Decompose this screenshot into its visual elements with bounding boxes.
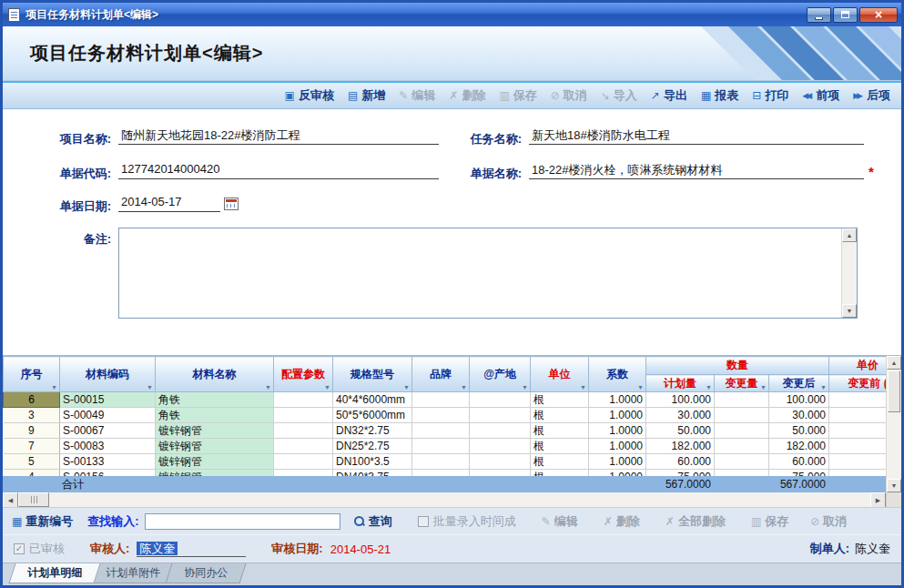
cell-after[interactable]: 100.000: [769, 392, 829, 408]
col-header-before-change[interactable]: 变更前 (▼: [829, 375, 886, 392]
cell-code[interactable]: S-00067: [60, 423, 156, 439]
doc-date-field[interactable]: 2014-05-17: [118, 195, 220, 212]
cell-change[interactable]: [715, 423, 769, 439]
col-header-unit[interactable]: 单位▼: [531, 357, 589, 392]
cell-spec[interactable]: 40*4*6000mm: [333, 392, 412, 408]
cell-param[interactable]: [274, 454, 333, 470]
doc-name-field[interactable]: 18-22#楼消火栓，喷淋系统钢材材料: [529, 162, 864, 179]
col-header-after-change[interactable]: 变更后▼: [769, 375, 829, 392]
col-header-seq[interactable]: 序号▼: [4, 357, 60, 392]
cell-unit[interactable]: 根: [531, 423, 589, 439]
toolbar-button-report[interactable]: ▦报表: [701, 87, 738, 104]
cell-spec[interactable]: DN25*2.75: [333, 439, 412, 454]
remark-textarea[interactable]: ▲ ▼: [118, 228, 858, 319]
cell-brand[interactable]: [412, 392, 470, 408]
cell-after[interactable]: 50.000: [769, 423, 829, 439]
cell-brand[interactable]: [412, 439, 470, 454]
cell-seq[interactable]: 7: [4, 439, 60, 454]
auditor-field[interactable]: 陈义奎: [137, 541, 246, 557]
cell-param[interactable]: [274, 470, 333, 477]
table-row[interactable]: 6S-00015角铁40*4*6000mm根1.0000100.000100.0…: [4, 392, 887, 408]
table-row[interactable]: 7S-00083镀锌钢管DN25*2.75根1.0000182.000182.0…: [4, 439, 887, 454]
cell-name[interactable]: 角铁: [156, 392, 274, 408]
col-header-change-qty[interactable]: 变更量▼: [715, 375, 769, 392]
cell-spec[interactable]: DN40*3.75: [333, 470, 412, 477]
cell-plan[interactable]: 60.000: [646, 454, 715, 470]
cell-code[interactable]: S-00015: [60, 392, 156, 408]
minimize-button[interactable]: [807, 7, 831, 23]
project-name-field[interactable]: 随州新天地花园18-22#楼消防工程: [118, 127, 439, 145]
hscroll-thumb[interactable]: [18, 492, 49, 507]
cell-after[interactable]: 182.000: [769, 439, 829, 454]
table-row[interactable]: 9S-00067镀锌钢管DN32*2.75根1.000050.00050.000: [4, 423, 887, 439]
cell-brand[interactable]: [412, 470, 470, 477]
cell-plan[interactable]: 100.000: [646, 392, 715, 408]
cell-code[interactable]: S-00083: [60, 439, 156, 454]
cell-factor[interactable]: 1.0000: [589, 470, 646, 477]
grid-scroll-thumb[interactable]: [888, 370, 900, 412]
hscroll-track[interactable]: [49, 492, 870, 507]
cell-name[interactable]: 角铁: [156, 408, 274, 423]
col-header-planned-qty[interactable]: 计划量▼: [646, 375, 715, 392]
cell-param[interactable]: [274, 392, 333, 408]
cell-factor[interactable]: 1.0000: [589, 439, 646, 454]
cell-plan[interactable]: 182.000: [646, 439, 715, 454]
maximize-button[interactable]: [833, 7, 858, 23]
col-header-factor[interactable]: 系数▼: [589, 357, 646, 392]
cell-param[interactable]: [274, 423, 333, 439]
cell-change[interactable]: [715, 439, 769, 454]
cell-origin[interactable]: [470, 408, 531, 423]
toolbar-button-audit-reverse[interactable]: ▣反审核: [285, 87, 334, 104]
cell-plan[interactable]: 50.000: [646, 423, 715, 439]
query-button[interactable]: 查询: [353, 513, 392, 530]
remark-scroll-up-button[interactable]: ▲: [842, 228, 857, 242]
cell-unit[interactable]: 根: [531, 392, 589, 408]
cell-code[interactable]: S-00049: [60, 408, 156, 423]
cell-origin[interactable]: [470, 439, 531, 454]
find-input[interactable]: [145, 513, 340, 530]
cell-plan[interactable]: 30.000: [646, 408, 715, 423]
cell-unit[interactable]: 根: [531, 470, 589, 477]
cell-origin[interactable]: [470, 423, 531, 439]
cell-seq[interactable]: 5: [4, 454, 60, 470]
renumber-button[interactable]: ▦重新编号: [12, 513, 73, 530]
table-row[interactable]: 5S-00133镀锌钢管DN100*3.5根1.000060.00060.000: [4, 454, 887, 470]
toolbar-button-next[interactable]: ▶▶后项: [853, 87, 890, 104]
cell-name[interactable]: 镀锌钢管: [156, 423, 274, 439]
cell-seq[interactable]: 6: [4, 392, 60, 408]
cell-change[interactable]: [715, 392, 769, 408]
cell-spec[interactable]: DN32*2.75: [333, 423, 412, 439]
cell-name[interactable]: 镀锌钢管: [156, 439, 274, 454]
table-row[interactable]: 3S-00049角铁50*5*6000mm根1.000030.00030.000: [4, 408, 887, 423]
task-name-field[interactable]: 新天地18#楼消防水电工程: [529, 127, 864, 145]
cell-brand[interactable]: [412, 454, 470, 470]
col-header-origin[interactable]: @产地▼: [470, 357, 531, 392]
cell-factor[interactable]: 1.0000: [589, 454, 646, 470]
toolbar-button-prev[interactable]: ◀◀前项: [802, 87, 839, 104]
col-header-config-param[interactable]: 配置参数▼: [274, 357, 333, 392]
cell-origin[interactable]: [470, 454, 531, 470]
cell-unit[interactable]: 根: [531, 454, 589, 470]
col-header-material-name[interactable]: 材料名称▼: [156, 357, 274, 392]
col-header-spec-model[interactable]: 规格型号▼: [333, 357, 412, 392]
cell-before[interactable]: [829, 423, 886, 439]
cell-name[interactable]: 镀锌钢管: [156, 454, 274, 470]
cell-code[interactable]: S-00156: [60, 470, 156, 477]
grid-horizontal-scrollbar[interactable]: ◀ ▶: [3, 492, 901, 507]
close-button[interactable]: ×: [859, 7, 898, 23]
cell-name[interactable]: 镀锌钢管: [156, 470, 274, 477]
cell-after[interactable]: 60.000: [769, 454, 829, 470]
toolbar-button-export[interactable]: ↗导出: [651, 87, 687, 104]
cell-param[interactable]: [274, 439, 333, 454]
cell-before[interactable]: [829, 408, 886, 423]
tab-plan-detail[interactable]: 计划单明细: [8, 563, 100, 583]
cell-after[interactable]: 30.000: [769, 408, 829, 423]
toolbar-button-add[interactable]: ▤新增: [348, 87, 385, 104]
cell-code[interactable]: S-00133: [60, 454, 156, 470]
cell-origin[interactable]: [470, 392, 531, 408]
cell-unit[interactable]: 根: [531, 439, 589, 454]
hscroll-left-button[interactable]: ◀: [3, 492, 18, 508]
cell-seq[interactable]: 4: [4, 470, 60, 477]
table-row[interactable]: 4S-00156镀锌钢管DN40*3.75根1.000075.00075.000: [4, 470, 887, 477]
calendar-icon[interactable]: [224, 198, 239, 210]
